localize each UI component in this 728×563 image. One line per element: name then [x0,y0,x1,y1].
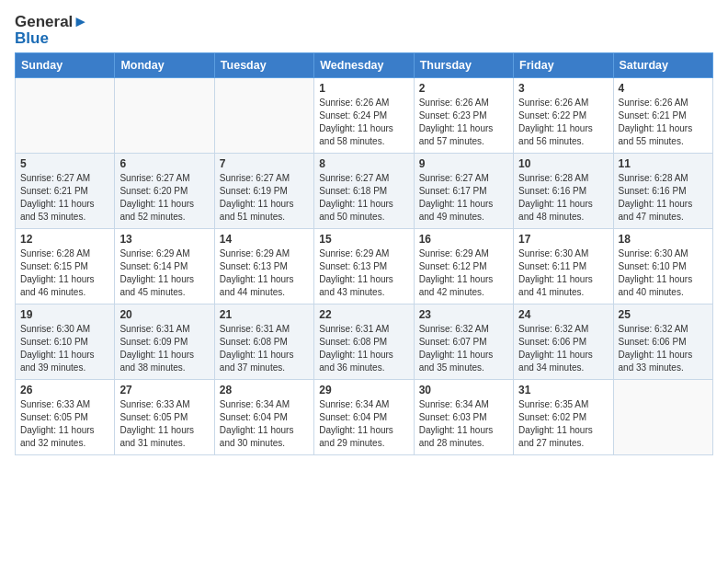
day-number: 2 [419,82,508,95]
day-number: 20 [119,308,209,321]
day-number: 15 [319,233,408,246]
day-info: Sunrise: 6:30 AMSunset: 6:11 PMDaylight:… [518,247,608,299]
calendar-cell: 8Sunrise: 6:27 AMSunset: 6:18 PMDaylight… [314,154,414,229]
day-number: 26 [20,384,109,396]
day-info: Sunrise: 6:26 AMSunset: 6:23 PMDaylight:… [419,97,508,148]
column-header-monday: Monday [115,53,214,78]
day-info: Sunrise: 6:33 AMSunset: 6:05 PMDaylight:… [119,398,209,450]
calendar-cell: 7Sunrise: 6:27 AMSunset: 6:19 PMDaylight… [214,154,313,229]
day-number: 13 [119,233,209,246]
calendar-cell: 13Sunrise: 6:29 AMSunset: 6:14 PMDayligh… [115,229,214,304]
day-info: Sunrise: 6:31 AMSunset: 6:09 PMDaylight:… [119,323,209,374]
calendar-cell [214,78,313,154]
day-info: Sunrise: 6:29 AMSunset: 6:12 PMDaylight:… [419,247,508,299]
calendar-week-row: 12Sunrise: 6:28 AMSunset: 6:15 PMDayligh… [16,229,713,304]
day-number: 12 [20,233,109,246]
day-info: Sunrise: 6:27 AMSunset: 6:20 PMDaylight:… [119,172,209,224]
day-number: 22 [319,308,408,321]
calendar-cell: 31Sunrise: 6:35 AMSunset: 6:02 PMDayligh… [514,380,613,455]
day-info: Sunrise: 6:28 AMSunset: 6:15 PMDaylight:… [20,247,109,299]
column-header-sunday: Sunday [16,53,115,78]
calendar-cell: 16Sunrise: 6:29 AMSunset: 6:12 PMDayligh… [414,229,513,304]
day-info: Sunrise: 6:34 AMSunset: 6:03 PMDaylight:… [419,398,508,450]
day-info: Sunrise: 6:31 AMSunset: 6:08 PMDaylight:… [220,323,309,374]
day-number: 28 [220,384,309,396]
calendar-week-row: 26Sunrise: 6:33 AMSunset: 6:05 PMDayligh… [16,380,713,455]
calendar-cell [613,380,712,455]
day-number: 31 [518,384,608,396]
day-number: 18 [619,233,708,246]
day-info: Sunrise: 6:30 AMSunset: 6:10 PMDaylight:… [20,323,109,374]
day-info: Sunrise: 6:30 AMSunset: 6:10 PMDaylight:… [619,247,708,299]
column-header-wednesday: Wednesday [314,53,414,78]
calendar-table: SundayMondayTuesdayWednesdayThursdayFrid… [15,52,713,455]
calendar-cell: 22Sunrise: 6:31 AMSunset: 6:08 PMDayligh… [314,304,414,380]
calendar-cell: 12Sunrise: 6:28 AMSunset: 6:15 PMDayligh… [16,229,115,304]
calendar-cell: 27Sunrise: 6:33 AMSunset: 6:05 PMDayligh… [115,380,214,455]
day-number: 16 [419,233,508,246]
day-info: Sunrise: 6:34 AMSunset: 6:04 PMDaylight:… [220,398,309,450]
column-header-friday: Friday [514,53,613,78]
day-info: Sunrise: 6:32 AMSunset: 6:06 PMDaylight:… [619,323,708,374]
day-number: 6 [119,157,209,170]
day-info: Sunrise: 6:32 AMSunset: 6:06 PMDaylight:… [518,323,608,374]
column-header-saturday: Saturday [613,53,712,78]
calendar-cell: 25Sunrise: 6:32 AMSunset: 6:06 PMDayligh… [613,304,712,380]
calendar-cell [16,78,115,154]
day-info: Sunrise: 6:28 AMSunset: 6:16 PMDaylight:… [619,172,708,224]
day-info: Sunrise: 6:29 AMSunset: 6:14 PMDaylight:… [119,247,209,299]
day-info: Sunrise: 6:32 AMSunset: 6:07 PMDaylight:… [419,323,508,374]
day-number: 25 [619,308,708,321]
day-number: 14 [220,233,309,246]
calendar-cell [115,78,214,154]
calendar-week-row: 1Sunrise: 6:26 AMSunset: 6:24 PMDaylight… [16,78,713,154]
calendar-cell: 15Sunrise: 6:29 AMSunset: 6:13 PMDayligh… [314,229,414,304]
header: General► Blue [15,9,713,47]
calendar-cell: 6Sunrise: 6:27 AMSunset: 6:20 PMDaylight… [115,154,214,229]
day-info: Sunrise: 6:26 AMSunset: 6:21 PMDaylight:… [619,97,708,148]
day-number: 21 [220,308,309,321]
logo: General► Blue [15,13,88,47]
day-info: Sunrise: 6:35 AMSunset: 6:02 PMDaylight:… [518,398,608,450]
day-number: 17 [518,233,608,246]
logo-line1: General► [15,13,88,31]
day-info: Sunrise: 6:26 AMSunset: 6:22 PMDaylight:… [518,97,608,148]
day-info: Sunrise: 6:27 AMSunset: 6:19 PMDaylight:… [220,172,309,224]
calendar-cell: 18Sunrise: 6:30 AMSunset: 6:10 PMDayligh… [613,229,712,304]
calendar-cell: 3Sunrise: 6:26 AMSunset: 6:22 PMDaylight… [514,78,613,154]
day-info: Sunrise: 6:33 AMSunset: 6:05 PMDaylight:… [20,398,109,450]
calendar-cell: 10Sunrise: 6:28 AMSunset: 6:16 PMDayligh… [514,154,613,229]
column-header-thursday: Thursday [414,53,513,78]
page: General► Blue SundayMondayTuesdayWednesd… [0,0,728,563]
calendar-header-row: SundayMondayTuesdayWednesdayThursdayFrid… [16,53,713,78]
day-info: Sunrise: 6:26 AMSunset: 6:24 PMDaylight:… [319,97,408,148]
column-header-tuesday: Tuesday [214,53,313,78]
day-number: 4 [619,82,708,95]
day-number: 10 [518,157,608,170]
day-number: 24 [518,308,608,321]
calendar-cell: 1Sunrise: 6:26 AMSunset: 6:24 PMDaylight… [314,78,414,154]
calendar-cell: 29Sunrise: 6:34 AMSunset: 6:04 PMDayligh… [314,380,414,455]
day-number: 30 [419,384,508,396]
calendar-cell: 17Sunrise: 6:30 AMSunset: 6:11 PMDayligh… [514,229,613,304]
calendar-week-row: 5Sunrise: 6:27 AMSunset: 6:21 PMDaylight… [16,154,713,229]
day-number: 3 [518,82,608,95]
calendar-cell: 2Sunrise: 6:26 AMSunset: 6:23 PMDaylight… [414,78,513,154]
day-info: Sunrise: 6:29 AMSunset: 6:13 PMDaylight:… [220,247,309,299]
day-number: 19 [20,308,109,321]
calendar-cell: 26Sunrise: 6:33 AMSunset: 6:05 PMDayligh… [16,380,115,455]
day-info: Sunrise: 6:27 AMSunset: 6:18 PMDaylight:… [319,172,408,224]
calendar-cell: 11Sunrise: 6:28 AMSunset: 6:16 PMDayligh… [613,154,712,229]
calendar-cell: 20Sunrise: 6:31 AMSunset: 6:09 PMDayligh… [115,304,214,380]
day-info: Sunrise: 6:28 AMSunset: 6:16 PMDaylight:… [518,172,608,224]
day-info: Sunrise: 6:31 AMSunset: 6:08 PMDaylight:… [319,323,408,374]
calendar-cell: 30Sunrise: 6:34 AMSunset: 6:03 PMDayligh… [414,380,513,455]
logo-line2: Blue [15,29,88,48]
calendar-cell: 23Sunrise: 6:32 AMSunset: 6:07 PMDayligh… [414,304,513,380]
day-number: 8 [319,157,408,170]
day-number: 7 [220,157,309,170]
day-number: 29 [319,384,408,396]
calendar-cell: 4Sunrise: 6:26 AMSunset: 6:21 PMDaylight… [613,78,712,154]
day-info: Sunrise: 6:27 AMSunset: 6:21 PMDaylight:… [20,172,109,224]
calendar-cell: 21Sunrise: 6:31 AMSunset: 6:08 PMDayligh… [214,304,313,380]
